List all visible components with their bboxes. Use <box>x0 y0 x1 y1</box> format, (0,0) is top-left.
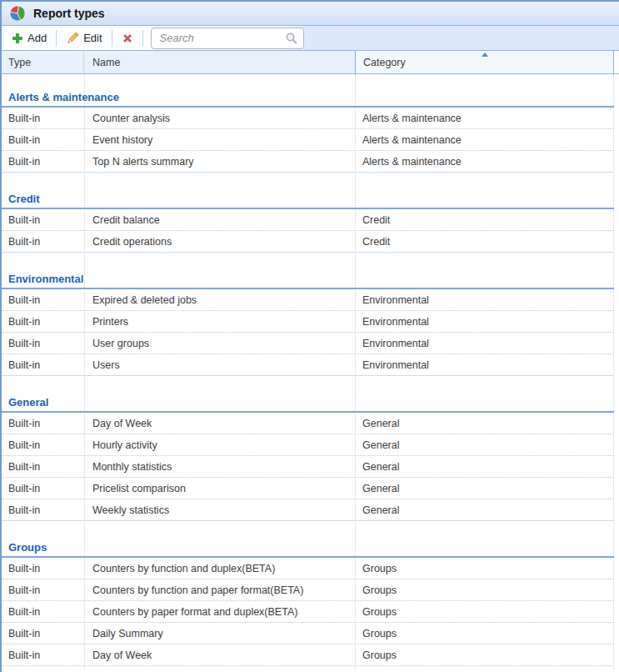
cell-name: Day of Week <box>84 418 355 429</box>
cell-type: Built-in <box>2 649 84 661</box>
toolbar-separator <box>142 30 143 47</box>
cell-name: Hourly activity <box>84 439 355 451</box>
cell-name: Top N alerts summary <box>84 156 355 168</box>
cell-name: Counters by paper format and duplex(BETA… <box>84 606 355 618</box>
edit-button-label: Edit <box>83 32 102 44</box>
table-row[interactable]: Built-in Event history Alerts & maintena… <box>2 129 614 151</box>
group-header-label: Credit <box>8 193 40 205</box>
titlebar[interactable]: Report types <box>2 2 619 26</box>
group-rows: Built-in Counter analysis Alerts & maint… <box>2 108 614 173</box>
row-group: General Built-in Day of Week General Bui… <box>2 376 614 521</box>
cell-type: Built-in <box>2 439 84 451</box>
row-group: Credit Built-in Credit balance Credit Bu… <box>2 173 614 253</box>
cell-type: Built-in <box>2 294 84 306</box>
cell-type: Built-in <box>2 236 84 248</box>
cell-type: Built-in <box>2 156 84 168</box>
table-row[interactable]: Built-in Pricelist comparison General <box>2 478 614 499</box>
cell-name: Expired & deleted jobs <box>84 294 355 306</box>
cell-type: Built-in <box>2 316 84 328</box>
cell-type: Built-in <box>2 483 84 494</box>
table-row[interactable]: Built-in Day of Week Groups <box>2 644 614 666</box>
table-row[interactable]: Built-in Weekly statistics General <box>2 499 614 521</box>
table-row[interactable]: Built-in Monthly statistics General <box>2 456 614 478</box>
cell-type: Built-in <box>2 134 84 146</box>
cell-category: Credit <box>355 214 614 226</box>
cell-type: Built-in <box>2 606 84 618</box>
group-gap <box>2 74 614 86</box>
cell-category: General <box>355 439 614 451</box>
cell-name: Monthly statistics <box>84 461 355 473</box>
search-box <box>151 28 304 49</box>
row-group: Environmental Built-in Expired & deleted… <box>2 253 614 376</box>
cell-type: Built-in <box>2 563 84 574</box>
group-header-label: Groups <box>8 541 47 554</box>
row-group: Groups Built-in Counters by function and… <box>2 521 614 666</box>
table-row[interactable]: Built-in Counters by function and paper … <box>2 579 614 601</box>
table-row[interactable]: Built-in Hourly activity General <box>2 434 614 456</box>
table-row[interactable]: Built-in Credit balance Credit <box>2 209 614 231</box>
cell-type: Built-in <box>2 338 84 349</box>
cell-type: Built-in <box>2 628 84 639</box>
table-row[interactable]: Built-in Top N alerts summary Alerts & m… <box>2 151 614 173</box>
cell-name: Printers <box>84 316 355 328</box>
add-button[interactable]: Add <box>8 30 50 46</box>
edit-button[interactable]: Edit <box>62 30 105 47</box>
cell-name: Counters by function and paper format(BE… <box>84 584 355 596</box>
group-header: Environmental <box>2 268 614 289</box>
table-row[interactable]: Built-in Expired & deleted jobs Environm… <box>2 289 614 311</box>
sort-ascending-icon <box>482 53 488 57</box>
cell-name: Credit balance <box>84 214 355 226</box>
cell-category: Alerts & maintenance <box>355 156 614 168</box>
group-gap <box>2 376 614 391</box>
table-row[interactable]: Built-in Daily Summary Groups <box>2 623 614 644</box>
cell-name: Users <box>84 359 355 371</box>
cell-category: Groups <box>355 563 614 574</box>
toolbar-separator <box>56 30 57 47</box>
column-header-category-label: Category <box>363 57 406 68</box>
cell-category: Environmental <box>355 294 614 306</box>
cell-category: Groups <box>355 584 614 596</box>
table-row[interactable]: Built-in Counters by paper format and du… <box>2 601 614 623</box>
column-header-type[interactable]: Type <box>2 51 84 73</box>
group-header: Groups <box>2 536 614 558</box>
toolbar-separator <box>112 30 112 47</box>
table-row[interactable]: Built-in Counter analysis Alerts & maint… <box>2 108 614 129</box>
table-row[interactable]: Built-in Users Environmental <box>2 354 614 376</box>
group-gap <box>2 253 614 268</box>
cell-name: Day of Week <box>84 649 355 661</box>
delete-button[interactable] <box>118 31 137 46</box>
search-input[interactable] <box>158 31 285 45</box>
cell-category: Environmental <box>355 316 614 328</box>
group-rows: Built-in Day of Week General Built-in Ho… <box>2 413 614 521</box>
cell-name: Pricelist comparison <box>84 483 355 494</box>
table-row[interactable]: Built-in Day of Week General <box>2 413 614 434</box>
cell-category: Environmental <box>355 338 614 349</box>
group-header: General <box>2 391 614 413</box>
cell-category: Credit <box>355 236 614 248</box>
group-rows: Built-in Credit balance Credit Built-in … <box>2 209 614 253</box>
add-button-label: Add <box>27 32 47 44</box>
magnifier-icon[interactable] <box>285 32 298 45</box>
cell-name: Event history <box>84 134 355 146</box>
cell-category: Groups <box>355 606 614 618</box>
group-header-label: Alerts & maintenance <box>8 91 119 103</box>
column-header-category[interactable]: Category <box>355 51 614 73</box>
cell-category: Environmental <box>355 359 614 371</box>
column-header-name[interactable]: Name <box>84 51 355 73</box>
row-group: Alerts & maintenance Built-in Counter an… <box>2 74 614 173</box>
table-row[interactable]: Built-in User groups Environmental <box>2 333 614 354</box>
table-row[interactable]: Built-in Printers Environmental <box>2 311 614 333</box>
group-header: Credit <box>2 188 614 209</box>
group-header-label: General <box>8 396 48 409</box>
cell-name: Counter analysis <box>84 113 355 124</box>
table-row[interactable]: Built-in Credit operations Credit <box>2 231 614 253</box>
report-types-window: Report types Add Edit <box>0 0 619 672</box>
group-header-label: Environmental <box>8 273 83 285</box>
table-row[interactable]: Built-in Counters by function and duplex… <box>2 558 614 579</box>
group-rows: Built-in Expired & deleted jobs Environm… <box>2 289 614 376</box>
cell-name: Daily Summary <box>84 628 355 639</box>
column-header-type-label: Type <box>8 57 31 68</box>
cell-name: Weekly statistics <box>84 504 355 516</box>
grid-header: Type Name Category <box>2 51 619 74</box>
cell-category: General <box>355 483 614 494</box>
